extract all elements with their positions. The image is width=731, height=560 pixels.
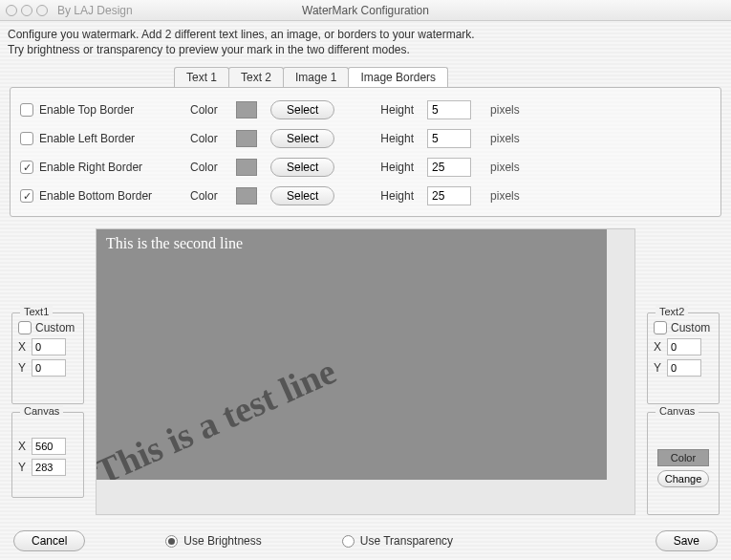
height-label: Height [380, 161, 414, 174]
left-border-color-swatch[interactable] [236, 130, 257, 147]
text2-group: Text2 Custom X Y [647, 312, 720, 404]
bottom-border-select-button[interactable]: Select [270, 186, 334, 205]
text1-custom-label: Custom [35, 321, 75, 334]
right-border-color-swatch[interactable] [236, 159, 257, 176]
right-border-select-button[interactable]: Select [270, 158, 334, 177]
tab-bar: Text 1 Text 2 Image 1 Image Borders [174, 67, 731, 87]
text2-custom-label: Custom [671, 321, 710, 334]
text1-y-label: Y [18, 361, 26, 375]
height-label: Height [380, 103, 414, 117]
zoom-window-icon[interactable] [36, 5, 48, 16]
description-text: Configure you watermark. Add 2 different… [0, 21, 731, 65]
canvas-x-input[interactable] [32, 438, 66, 455]
use-brightness-label: Use Brightness [183, 534, 261, 548]
text1-group: Text1 Custom X Y [11, 312, 84, 404]
pixels-label: pixels [490, 132, 520, 145]
use-transparency-radio[interactable] [342, 535, 355, 548]
brand-label: By LAJ Design [57, 4, 133, 17]
border-row-right: ✓ Enable Right Border Color Select Heigh… [20, 153, 711, 182]
titlebar: By LAJ Design WaterMark Configuration [0, 0, 731, 21]
height-label: Height [380, 189, 414, 203]
text1-custom-checkbox[interactable] [18, 321, 32, 334]
text2-y-input[interactable] [667, 359, 701, 377]
border-row-left: Enable Left Border Color Select Height p… [20, 124, 711, 153]
right-border-height-input[interactable] [427, 158, 471, 177]
border-row-bottom: ✓ Enable Bottom Border Color Select Heig… [20, 182, 711, 210]
bottom-bar: Cancel Use Brightness Use Transparency S… [0, 528, 731, 554]
watermark-preview: This is the second line This is a test l… [97, 229, 607, 480]
color-label: Color [190, 189, 228, 203]
text2-group-title: Text2 [656, 306, 688, 317]
canvas-y-label: Y [18, 461, 26, 474]
minimize-window-icon[interactable] [21, 5, 32, 16]
use-transparency-label: Use Transparency [360, 534, 453, 548]
save-button[interactable]: Save [656, 530, 718, 551]
preview-text-line1: This is a test line [97, 350, 342, 480]
enable-right-border-label: Enable Right Border [39, 161, 142, 174]
color-label: Color [190, 132, 228, 145]
bottom-border-height-input[interactable] [427, 186, 471, 205]
use-brightness-radio[interactable] [165, 535, 178, 548]
text2-x-label: X [654, 340, 661, 354]
tab-text2[interactable]: Text 2 [228, 67, 284, 87]
pixels-label: pixels [490, 161, 520, 174]
text2-custom-checkbox[interactable] [654, 321, 667, 334]
enable-bottom-border-checkbox[interactable]: ✓ [20, 189, 33, 203]
enable-left-border-label: Enable Left Border [39, 132, 135, 145]
left-border-select-button[interactable]: Select [270, 129, 334, 148]
top-border-height-input[interactable] [427, 100, 471, 119]
description-line1: Configure you watermark. Add 2 different… [8, 27, 723, 42]
height-label: Height [380, 132, 414, 145]
borders-panel: Enable Top Border Color Select Height pi… [10, 87, 721, 217]
enable-bottom-border-label: Enable Bottom Border [39, 189, 152, 203]
text1-x-input[interactable] [32, 338, 66, 355]
text2-x-input[interactable] [667, 338, 701, 355]
text1-y-input[interactable] [32, 359, 66, 377]
close-window-icon[interactable] [6, 5, 17, 16]
border-row-top: Enable Top Border Color Select Height pi… [20, 96, 711, 124]
color-label: Color [190, 161, 228, 174]
canvas-right-group: Canvas Color Change [647, 412, 720, 515]
canvas-left-group: Canvas X Y [11, 412, 84, 498]
text1-x-label: X [18, 340, 26, 354]
left-border-height-input[interactable] [427, 129, 471, 148]
canvas-change-button[interactable]: Change [657, 470, 709, 487]
top-border-select-button[interactable]: Select [270, 100, 334, 119]
enable-right-border-checkbox[interactable]: ✓ [20, 161, 33, 174]
text2-y-label: Y [654, 361, 661, 375]
tab-text1[interactable]: Text 1 [174, 67, 229, 87]
canvas-y-input[interactable] [32, 459, 66, 476]
text1-group-title: Text1 [20, 306, 53, 317]
description-line2: Try brightness or transparency to previe… [8, 42, 723, 57]
canvas-x-label: X [18, 440, 26, 453]
pixels-label: pixels [490, 189, 520, 203]
preview-text-line2: This is the second line [106, 235, 243, 252]
bottom-border-color-swatch[interactable] [236, 187, 257, 205]
top-border-color-swatch[interactable] [236, 101, 257, 118]
pixels-label: pixels [490, 103, 520, 117]
tab-image-borders[interactable]: Image Borders [348, 67, 448, 87]
preview-scroll-area[interactable]: This is the second line This is a test l… [96, 228, 635, 515]
enable-top-border-label: Enable Top Border [39, 103, 134, 117]
tab-image1[interactable]: Image 1 [283, 67, 349, 87]
canvas-color-button[interactable]: Color [657, 449, 709, 466]
cancel-button[interactable]: Cancel [13, 530, 85, 551]
enable-left-border-checkbox[interactable] [20, 132, 33, 145]
enable-top-border-checkbox[interactable] [20, 103, 33, 117]
canvas-left-title: Canvas [20, 405, 63, 417]
color-label: Color [190, 103, 228, 117]
canvas-right-title: Canvas [656, 405, 699, 417]
